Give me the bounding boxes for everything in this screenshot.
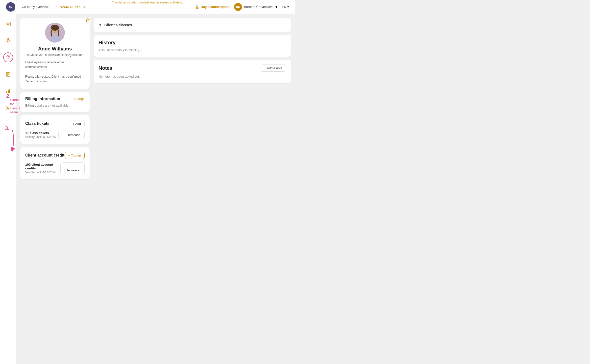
tickets-card: Class tickets + Add 11 class tickets Val… [20,115,90,144]
credit-info: 100 client account credits Validity unti… [25,163,60,174]
billing-details: Billing details are not available [25,104,85,107]
sidebar-item-reports[interactable] [3,86,13,96]
right-column: ▼ Client's classes History This user's h… [94,18,291,360]
topbar-nav: Go to my overview ZENAMU DEMO EN [18,5,89,9]
decrease-ticket-button[interactable]: — Decrease [58,131,85,139]
email-pref: Client agrees to receive email communica… [25,60,85,69]
nav-overview[interactable]: Go to my overview [18,5,52,9]
language-selector[interactable]: EN ▾ [282,5,289,9]
tickets-title: Class tickets [25,121,49,126]
credit-row: 100 client account credits Validity unti… [25,162,85,174]
content-area: 🗑 Anne Williams cervenkova [16,14,295,364]
user-name: Barbora Červenková [244,5,273,9]
topbar: The trial version with unlimited feature… [0,0,295,14]
history-card: History This user's history is missing..… [94,35,291,57]
profile-card: 🗑 Anne Williams cervenkova [20,18,90,89]
topbar-right: 🔒 Buy a subscription BC Barbora Červenko… [195,3,289,11]
classes-card: ▼ Client's classes [94,18,291,32]
trial-notice: The trial version with unlimited feature… [112,0,183,4]
notes-title: Notes [98,65,112,71]
profile-info: Client agrees to receive email communica… [25,60,85,84]
lang-chevron-icon: ▾ [287,5,289,9]
credit-header: Client account credit + Top-up [25,152,85,159]
history-title: History [98,40,286,46]
client-name: Anne Williams [38,46,72,52]
svg-text:ZM: ZM [9,6,12,8]
svg-rect-16 [6,91,7,93]
credit-card: Client account credit + Top-up 100 clien… [20,147,90,179]
lock-icon: 🔒 [195,5,199,9]
sidebar-item-clients[interactable] [3,52,13,62]
decrease-credit-button[interactable]: — Decrease [60,162,85,174]
delete-icon[interactable]: 🗑 [85,18,90,23]
billing-header: Billing information Change [25,97,85,101]
billing-title: Billing information [25,97,60,101]
svg-rect-6 [7,24,8,25]
svg-rect-7 [8,24,9,25]
main-layout: 1. 2. search for client's name 3. [0,14,295,364]
user-avatar: BC [234,3,242,11]
notes-card: Notes + Add a note No note has been adde… [94,60,291,83]
svg-rect-17 [8,90,9,93]
sidebar-item-calendar[interactable] [3,19,13,29]
add-ticket-button[interactable]: + Add [69,120,85,127]
notes-empty-text: No note has been added yet. [98,75,286,78]
ticket-count: 11 class tickets [25,131,56,135]
billing-card: Billing information Change Billing detai… [20,92,90,112]
sidebar-item-bookings[interactable] [3,69,13,79]
svg-point-19 [7,107,9,109]
client-email: cervenkovab+annewilliamstest@gmail.com [26,53,83,57]
classes-title: Client's classes [104,23,132,27]
sidebar-wrapper: 1. 2. search for client's name 3. [0,14,16,364]
add-note-button[interactable]: + Add a note [261,65,286,72]
nav-demo[interactable]: ZENAMU DEMO EN [52,5,89,9]
credit-title: Client account credit [25,153,64,158]
sidebar-item-classes[interactable] [3,36,13,46]
billing-change-link[interactable]: Change [73,97,85,101]
credit-count: 100 client account credits [25,163,60,170]
user-menu[interactable]: BC Barbora Červenková ▾ [234,3,277,11]
logo-icon: ZM [6,2,15,12]
classes-chevron-icon[interactable]: ▼ [98,23,102,27]
ticket-info: 11 class tickets Validity until: 4/14/20… [25,131,56,139]
history-text: This user's history is missing... [98,48,286,52]
buy-subscription-button[interactable]: 🔒 Buy a subscription [195,5,230,9]
svg-point-8 [7,39,9,40]
reg-status: Registration status: Client has a confir… [25,74,85,84]
user-menu-chevron-icon: ▾ [275,4,277,9]
svg-rect-18 [9,89,10,93]
svg-point-22 [51,25,59,31]
notes-header: Notes + Add a note [98,65,286,72]
logo[interactable]: ZM [6,2,15,12]
tickets-header: Class tickets + Add [25,120,85,127]
sidebar [0,14,16,364]
credit-validity: Validity until: 4/14/2024 [25,171,60,174]
sidebar-item-settings[interactable] [3,103,13,113]
topup-button[interactable]: + Top-up [65,152,85,159]
svg-point-10 [8,56,10,57]
left-column: 🗑 Anne Williams cervenkova [20,18,90,360]
classes-header: ▼ Client's classes [98,23,286,27]
avatar [45,23,65,43]
ticket-validity: Validity until: 4/14/2024 [25,135,56,139]
ticket-row: 11 class tickets Validity until: 4/14/20… [25,131,85,139]
svg-rect-2 [6,22,10,26]
svg-point-9 [7,56,8,57]
